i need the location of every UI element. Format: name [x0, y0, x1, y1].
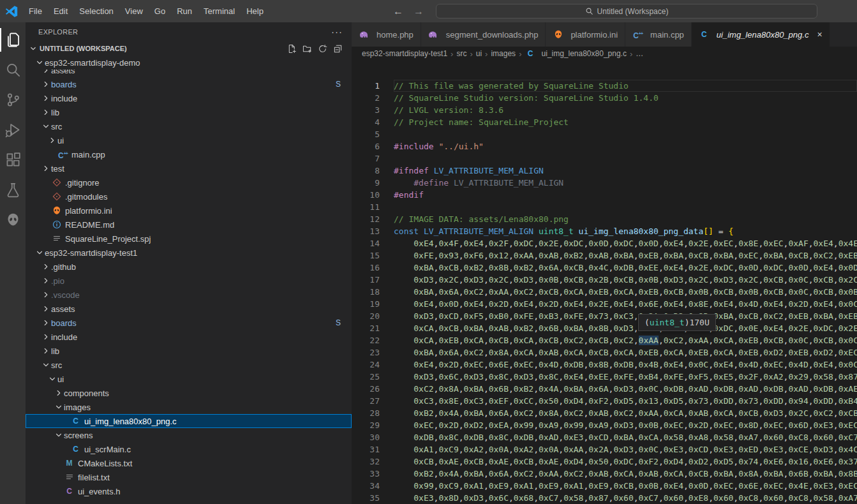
tree-item-cmakelists-txt[interactable]: MCMakeLists.txt: [26, 456, 352, 470]
code-line-27[interactable]: 270xC3,0x8E,0xC3,0xEF,0xCC,0x50,0xD4,0xF…: [352, 395, 857, 407]
menu-run[interactable]: Run: [171, 6, 198, 16]
code-line-22[interactable]: 220xCA,0xEB,0xCA,0xCB,0xCA,0xCB,0xC2,0xC…: [352, 334, 857, 346]
tree-item-lib[interactable]: lib: [26, 105, 352, 119]
line-number[interactable]: 18: [352, 286, 380, 298]
tree-item-ui[interactable]: ui: [26, 133, 352, 147]
line-number[interactable]: 29: [352, 419, 380, 431]
code-line-6[interactable]: 6#include "../ui.h": [352, 140, 857, 152]
code-line-26[interactable]: 260xC2,0x8A,0xBA,0x6B,0xB2,0x4A,0xBA,0x6…: [352, 383, 857, 395]
tree-item-components[interactable]: components: [26, 386, 352, 400]
line-number[interactable]: 11: [352, 201, 380, 213]
code-line-12[interactable]: 12// IMAGE DATA: assets/Lena80x80.png: [352, 213, 857, 225]
breadcrumb-item[interactable]: Cui_img_lena80x80_png.c: [525, 48, 626, 59]
tree-item-squareline-project-spj[interactable]: SquareLine_Project.spj: [26, 232, 352, 246]
code-line-24[interactable]: 240xE4,0x2D,0xEC,0x6E,0xEC,0x4D,0xDB,0x8…: [352, 359, 857, 371]
line-number[interactable]: 34: [352, 480, 380, 492]
tree-item-assets[interactable]: assets: [26, 70, 352, 77]
code-line-30[interactable]: 300xDB,0x8C,0xDB,0x8C,0xDB,0xAD,0xE3,0xC…: [352, 431, 857, 443]
menu-view[interactable]: View: [119, 6, 149, 16]
code-line-23[interactable]: 230xBA,0x6A,0xC2,0x8A,0xCA,0xAB,0xCA,0xC…: [352, 346, 857, 359]
line-number[interactable]: 31: [352, 443, 380, 456]
code-line-34[interactable]: 340x99,0xC9,0xA1,0xE9,0xA1,0xE9,0xA1,0xE…: [352, 480, 857, 492]
code-line-11[interactable]: 11: [352, 201, 857, 213]
line-number[interactable]: 30: [352, 431, 380, 443]
line-number[interactable]: 23: [352, 346, 380, 359]
line-number[interactable]: 16: [352, 262, 380, 274]
code-line-9[interactable]: 9#define LV_ATTRIBUTE_MEM_ALIGN: [352, 177, 857, 189]
breadcrumb-item[interactable]: images: [491, 49, 516, 58]
code-line-8[interactable]: 8#ifndef LV_ATTRIBUTE_MEM_ALIGN: [352, 165, 857, 177]
breadcrumb-item[interactable]: …: [636, 49, 643, 58]
tab-segment-downloads-php[interactable]: segment_downloads.php: [421, 22, 546, 47]
code-line-31[interactable]: 310xA1,0xC9,0xA2,0x0A,0xA2,0x0A,0xAA,0x2…: [352, 443, 857, 456]
code-line-4[interactable]: 4// Project name: SquareLine_Project: [352, 116, 857, 128]
menu-terminal[interactable]: Terminal: [198, 6, 241, 16]
extensions-icon[interactable]: [0, 145, 26, 175]
code-line-16[interactable]: 160xBA,0xCB,0xB2,0x8B,0xB2,0x6A,0xCB,0x4…: [352, 262, 857, 274]
testing-icon[interactable]: [0, 175, 26, 205]
line-number[interactable]: 17: [352, 274, 380, 286]
tree-item-filelist-txt[interactable]: filelist.txt: [26, 470, 352, 484]
line-number[interactable]: 15: [352, 249, 380, 262]
tree-item-lib[interactable]: lib: [26, 344, 352, 358]
nav-forward-icon[interactable]: →: [414, 6, 424, 17]
tree-item-boards[interactable]: boardsS: [26, 316, 352, 330]
code-line-17[interactable]: 170xD3,0x2C,0xD3,0x2C,0xD3,0x0B,0xCB,0x2…: [352, 274, 857, 286]
code-line-7[interactable]: 7: [352, 152, 857, 165]
tree-item-main-cpp[interactable]: C++main.cpp: [26, 147, 352, 161]
code-line-13[interactable]: 13const LV_ATTRIBUTE_MEM_ALIGN uint8_t u…: [352, 225, 857, 237]
workspace-section-header[interactable]: UNTITLED (WORKSPACE): [26, 41, 352, 56]
line-number[interactable]: 22: [352, 334, 380, 346]
line-number[interactable]: 12: [352, 213, 380, 225]
code-line-29[interactable]: 290xEC,0x2D,0xD2,0xEA,0x99,0xA9,0x99,0xA…: [352, 419, 857, 431]
menu-go[interactable]: Go: [149, 6, 171, 16]
line-number[interactable]: 8: [352, 165, 380, 177]
tree-item-ui-img-lena80x80-png-c[interactable]: Cui_img_lena80x80_png.c: [26, 414, 352, 428]
line-number[interactable]: 25: [352, 371, 380, 383]
line-number[interactable]: 32: [352, 456, 380, 468]
code-line-33[interactable]: 330xB2,0x4A,0xBA,0x6A,0xC2,0xAA,0xC2,0xA…: [352, 468, 857, 480]
line-number[interactable]: 35: [352, 492, 380, 504]
tree-item--github[interactable]: .github: [26, 260, 352, 274]
line-number[interactable]: 4: [352, 116, 380, 128]
tree-item-src[interactable]: src: [26, 358, 352, 372]
new-file-icon[interactable]: [287, 44, 297, 54]
tree-item-esp32-smartdisplay-demo[interactable]: esp32-smartdisplay-demo: [26, 56, 352, 70]
tree-item--gitmodules[interactable]: .gitmodules: [26, 189, 352, 204]
code-line-32[interactable]: 320xCB,0xAE,0xCB,0xAE,0xCB,0xAE,0xD4,0x5…: [352, 456, 857, 468]
line-number[interactable]: 10: [352, 189, 380, 201]
tab-platformio-ini[interactable]: platformio.ini: [546, 22, 625, 47]
tree-item-ui[interactable]: ui: [26, 372, 352, 386]
tree-item--gitignore[interactable]: .gitignore: [26, 175, 352, 189]
platformio-icon[interactable]: [0, 205, 26, 235]
line-number[interactable]: 1: [352, 80, 380, 92]
code-line-10[interactable]: 10#endif: [352, 189, 857, 201]
breadcrumb-item[interactable]: esp32-smartdisplay-test1: [362, 49, 447, 58]
tree-item-ui-scrmain-c[interactable]: Cui_scrMain.c: [26, 442, 352, 456]
line-number[interactable]: 21: [352, 322, 380, 334]
explorer-icon[interactable]: [0, 25, 26, 55]
line-number[interactable]: 33: [352, 468, 380, 480]
command-center[interactable]: Untitled (Workspace): [436, 4, 817, 19]
tab-home-php[interactable]: home.php: [352, 22, 421, 47]
tree-item-include[interactable]: include: [26, 91, 352, 105]
tree-item--vscode[interactable]: .vscode: [26, 288, 352, 302]
line-number[interactable]: 26: [352, 383, 380, 395]
code-line-19[interactable]: 190xE4,0x0D,0xE4,0x2D,0xE4,0x2D,0xE4,0x2…: [352, 298, 857, 310]
code-line-15[interactable]: 150xFE,0x93,0xF6,0x12,0xAA,0xAB,0xB2,0xA…: [352, 249, 857, 262]
tree-item-ui-events-h[interactable]: Cui_events.h: [26, 484, 352, 498]
search-icon[interactable]: [0, 55, 26, 85]
tree-item-platformio-ini[interactable]: platformio.ini: [26, 204, 352, 218]
tree-item-src[interactable]: src: [26, 119, 352, 133]
tree-item-screens[interactable]: screens: [26, 428, 352, 442]
code-line-14[interactable]: 140xE4,0x4F,0xE4,0x2F,0xDC,0x2E,0xDC,0x0…: [352, 237, 857, 249]
line-number[interactable]: 6: [352, 140, 380, 152]
line-number[interactable]: 7: [352, 152, 380, 165]
line-number[interactable]: 24: [352, 359, 380, 371]
close-icon[interactable]: ×: [817, 30, 822, 39]
line-number[interactable]: 13: [352, 225, 380, 237]
tree-item-test[interactable]: test: [26, 161, 352, 175]
tree-item-images[interactable]: images: [26, 400, 352, 414]
line-number[interactable]: 27: [352, 395, 380, 407]
tab-main-cpp[interactable]: C++main.cpp: [625, 22, 692, 47]
